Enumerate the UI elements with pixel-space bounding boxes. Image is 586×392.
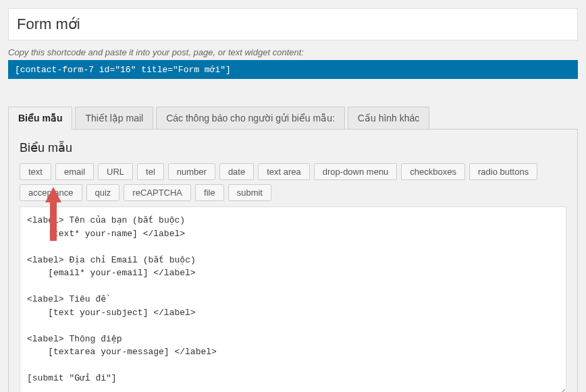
tab-2[interactable]: Các thông báo cho người gửi biểu mẫu: [156, 107, 345, 130]
tag-btn-submit[interactable]: submit [228, 184, 271, 201]
tag-btn-text[interactable]: text [20, 163, 51, 180]
form-content-textarea[interactable] [20, 206, 566, 392]
tab-0[interactable]: Biểu mẫu [8, 107, 72, 130]
shortcode-display[interactable]: [contact-form-7 id="16" title="Form mới"… [8, 60, 578, 79]
form-title-input[interactable] [8, 8, 578, 40]
tab-bar: Biểu mẫuThiết lập mailCác thông báo cho … [8, 107, 578, 130]
tab-1[interactable]: Thiết lập mail [75, 107, 153, 130]
tag-btn-acceptance[interactable]: acceptance [20, 184, 82, 201]
tag-buttons-row: textemailURLtelnumberdatetext areadrop-d… [20, 163, 566, 201]
shortcode-hint: Copy this shortcode and paste it into yo… [8, 47, 578, 57]
tag-btn-radio-buttons[interactable]: radio buttons [469, 163, 537, 180]
tag-btn-recaptcha[interactable]: reCAPTCHA [124, 184, 191, 201]
tag-btn-number[interactable]: number [168, 163, 215, 180]
panel-title: Biểu mẫu [20, 140, 566, 155]
tag-btn-quiz[interactable]: quiz [86, 184, 120, 201]
tag-btn-checkboxes[interactable]: checkboxes [401, 163, 465, 180]
tag-btn-url[interactable]: URL [98, 163, 133, 180]
tag-btn-file[interactable]: file [195, 184, 224, 201]
tag-btn-drop-down-menu[interactable]: drop-down menu [314, 163, 398, 180]
tab-3[interactable]: Cấu hình khác [348, 107, 430, 130]
form-panel: Biểu mẫu textemailURLtelnumberdatetext a… [8, 129, 578, 392]
tag-btn-tel[interactable]: tel [137, 163, 164, 180]
tag-btn-date[interactable]: date [219, 163, 254, 180]
tag-btn-email[interactable]: email [55, 163, 94, 180]
tag-btn-text-area[interactable]: text area [258, 163, 310, 180]
